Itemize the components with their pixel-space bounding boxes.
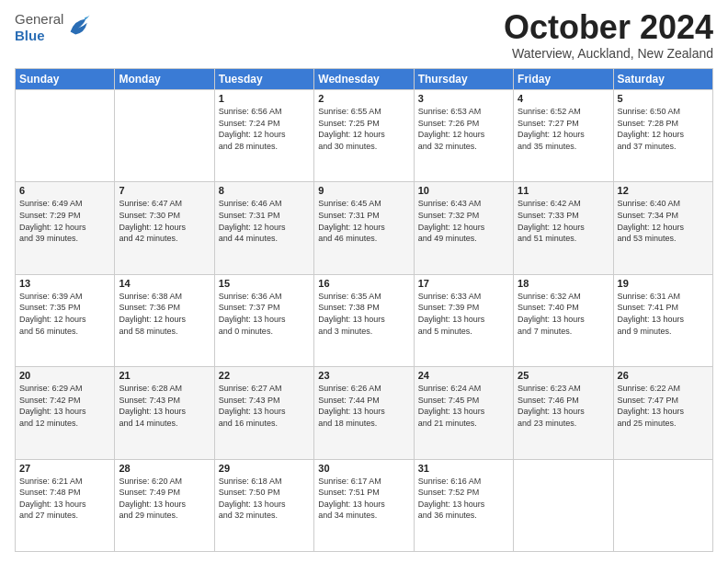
table-row: 19Sunrise: 6:31 AM Sunset: 7:41 PM Dayli… — [613, 274, 712, 366]
day-info: Sunrise: 6:22 AM Sunset: 7:47 PM Dayligh… — [618, 383, 709, 429]
logo-general: General — [15, 11, 63, 28]
day-number: 13 — [19, 278, 110, 289]
day-info: Sunrise: 6:40 AM Sunset: 7:34 PM Dayligh… — [618, 198, 709, 244]
table-row — [115, 90, 214, 182]
table-row: 31Sunrise: 6:16 AM Sunset: 7:52 PM Dayli… — [414, 459, 513, 551]
day-number: 4 — [518, 93, 609, 104]
day-info: Sunrise: 6:45 AM Sunset: 7:31 PM Dayligh… — [318, 198, 409, 244]
day-number: 11 — [518, 185, 609, 196]
calendar-header-row: Sunday Monday Tuesday Wednesday Thursday… — [16, 69, 713, 90]
table-row: 11Sunrise: 6:42 AM Sunset: 7:33 PM Dayli… — [514, 182, 613, 274]
table-row: 17Sunrise: 6:33 AM Sunset: 7:39 PM Dayli… — [414, 274, 513, 366]
table-row: 22Sunrise: 6:27 AM Sunset: 7:43 PM Dayli… — [214, 367, 313, 459]
day-info: Sunrise: 6:17 AM Sunset: 7:51 PM Dayligh… — [318, 476, 409, 522]
day-number: 12 — [618, 185, 709, 196]
day-number: 1 — [219, 93, 310, 104]
logo-blue: Blue — [15, 28, 63, 44]
day-number: 21 — [119, 370, 210, 381]
day-number: 19 — [618, 278, 709, 289]
table-row: 28Sunrise: 6:20 AM Sunset: 7:49 PM Dayli… — [115, 459, 214, 551]
day-info: Sunrise: 6:46 AM Sunset: 7:31 PM Dayligh… — [219, 198, 310, 244]
table-row: 10Sunrise: 6:43 AM Sunset: 7:32 PM Dayli… — [414, 182, 513, 274]
header: General Blue October 2024 Waterview, Auc… — [15, 11, 713, 61]
day-info: Sunrise: 6:29 AM Sunset: 7:42 PM Dayligh… — [19, 383, 110, 429]
title-block: October 2024 Waterview, Auckland, New Ze… — [504, 11, 713, 61]
header-friday: Friday — [514, 69, 613, 90]
day-info: Sunrise: 6:53 AM Sunset: 7:26 PM Dayligh… — [418, 106, 509, 152]
day-number: 30 — [318, 463, 409, 474]
table-row: 21Sunrise: 6:28 AM Sunset: 7:43 PM Dayli… — [115, 367, 214, 459]
day-info: Sunrise: 6:50 AM Sunset: 7:28 PM Dayligh… — [618, 106, 709, 152]
day-number: 6 — [19, 185, 110, 196]
table-row: 18Sunrise: 6:32 AM Sunset: 7:40 PM Dayli… — [514, 274, 613, 366]
day-info: Sunrise: 6:43 AM Sunset: 7:32 PM Dayligh… — [418, 198, 509, 244]
table-row: 1Sunrise: 6:56 AM Sunset: 7:24 PM Daylig… — [214, 90, 313, 182]
calendar-week-row: 13Sunrise: 6:39 AM Sunset: 7:35 PM Dayli… — [16, 274, 713, 366]
calendar-week-row: 6Sunrise: 6:49 AM Sunset: 7:29 PM Daylig… — [16, 182, 713, 274]
header-monday: Monday — [115, 69, 214, 90]
day-info: Sunrise: 6:16 AM Sunset: 7:52 PM Dayligh… — [418, 476, 509, 522]
day-number: 24 — [418, 370, 509, 381]
day-info: Sunrise: 6:18 AM Sunset: 7:50 PM Dayligh… — [219, 476, 310, 522]
title-location: Waterview, Auckland, New Zealand — [504, 46, 713, 61]
calendar-table: Sunday Monday Tuesday Wednesday Thursday… — [15, 68, 713, 552]
logo-bird-icon — [65, 14, 91, 40]
table-row: 30Sunrise: 6:17 AM Sunset: 7:51 PM Dayli… — [314, 459, 414, 551]
table-row: 20Sunrise: 6:29 AM Sunset: 7:42 PM Dayli… — [16, 367, 115, 459]
day-number: 7 — [119, 185, 210, 196]
title-month: October 2024 — [504, 11, 713, 44]
table-row: 6Sunrise: 6:49 AM Sunset: 7:29 PM Daylig… — [16, 182, 115, 274]
table-row: 9Sunrise: 6:45 AM Sunset: 7:31 PM Daylig… — [314, 182, 414, 274]
day-info: Sunrise: 6:52 AM Sunset: 7:27 PM Dayligh… — [518, 106, 609, 152]
day-number: 10 — [418, 185, 509, 196]
day-number: 3 — [418, 93, 509, 104]
day-info: Sunrise: 6:21 AM Sunset: 7:48 PM Dayligh… — [19, 476, 110, 522]
day-number: 20 — [19, 370, 110, 381]
table-row: 26Sunrise: 6:22 AM Sunset: 7:47 PM Dayli… — [613, 367, 712, 459]
day-info: Sunrise: 6:28 AM Sunset: 7:43 PM Dayligh… — [119, 383, 210, 429]
day-number: 2 — [318, 93, 409, 104]
day-info: Sunrise: 6:38 AM Sunset: 7:36 PM Dayligh… — [119, 291, 210, 337]
table-row: 23Sunrise: 6:26 AM Sunset: 7:44 PM Dayli… — [314, 367, 414, 459]
header-tuesday: Tuesday — [214, 69, 313, 90]
table-row: 24Sunrise: 6:24 AM Sunset: 7:45 PM Dayli… — [414, 367, 513, 459]
day-info: Sunrise: 6:26 AM Sunset: 7:44 PM Dayligh… — [318, 383, 409, 429]
table-row: 27Sunrise: 6:21 AM Sunset: 7:48 PM Dayli… — [16, 459, 115, 551]
page: General Blue October 2024 Waterview, Auc… — [0, 0, 728, 563]
day-number: 22 — [219, 370, 310, 381]
day-number: 31 — [418, 463, 509, 474]
day-info: Sunrise: 6:23 AM Sunset: 7:46 PM Dayligh… — [518, 383, 609, 429]
day-number: 15 — [219, 278, 310, 289]
table-row: 15Sunrise: 6:36 AM Sunset: 7:37 PM Dayli… — [214, 274, 313, 366]
day-number: 27 — [19, 463, 110, 474]
table-row — [613, 459, 712, 551]
day-number: 25 — [518, 370, 609, 381]
day-info: Sunrise: 6:55 AM Sunset: 7:25 PM Dayligh… — [318, 106, 409, 152]
day-info: Sunrise: 6:56 AM Sunset: 7:24 PM Dayligh… — [219, 106, 310, 152]
table-row: 12Sunrise: 6:40 AM Sunset: 7:34 PM Dayli… — [613, 182, 712, 274]
day-number: 8 — [219, 185, 310, 196]
calendar-week-row: 27Sunrise: 6:21 AM Sunset: 7:48 PM Dayli… — [16, 459, 713, 551]
header-thursday: Thursday — [414, 69, 513, 90]
table-row: 2Sunrise: 6:55 AM Sunset: 7:25 PM Daylig… — [314, 90, 414, 182]
day-number: 5 — [618, 93, 709, 104]
day-info: Sunrise: 6:36 AM Sunset: 7:37 PM Dayligh… — [219, 291, 310, 337]
table-row — [514, 459, 613, 551]
day-number: 29 — [219, 463, 310, 474]
table-row: 8Sunrise: 6:46 AM Sunset: 7:31 PM Daylig… — [214, 182, 313, 274]
header-wednesday: Wednesday — [314, 69, 414, 90]
day-info: Sunrise: 6:20 AM Sunset: 7:49 PM Dayligh… — [119, 476, 210, 522]
day-info: Sunrise: 6:24 AM Sunset: 7:45 PM Dayligh… — [418, 383, 509, 429]
logo: General Blue — [15, 11, 91, 44]
day-number: 17 — [418, 278, 509, 289]
day-number: 18 — [518, 278, 609, 289]
day-number: 9 — [318, 185, 409, 196]
calendar-week-row: 1Sunrise: 6:56 AM Sunset: 7:24 PM Daylig… — [16, 90, 713, 182]
day-info: Sunrise: 6:35 AM Sunset: 7:38 PM Dayligh… — [318, 291, 409, 337]
day-info: Sunrise: 6:42 AM Sunset: 7:33 PM Dayligh… — [518, 198, 609, 244]
day-number: 26 — [618, 370, 709, 381]
day-info: Sunrise: 6:49 AM Sunset: 7:29 PM Dayligh… — [19, 198, 110, 244]
day-number: 23 — [318, 370, 409, 381]
table-row: 16Sunrise: 6:35 AM Sunset: 7:38 PM Dayli… — [314, 274, 414, 366]
header-sunday: Sunday — [16, 69, 115, 90]
